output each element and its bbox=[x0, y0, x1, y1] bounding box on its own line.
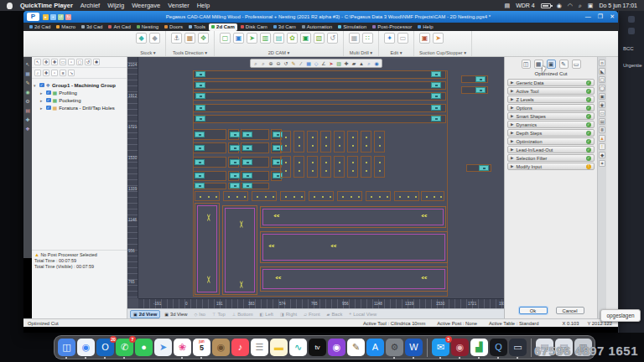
canvas-tool-icon[interactable]: ◇ bbox=[313, 60, 319, 67]
dock-icon-contacts[interactable]: ◉ bbox=[212, 339, 230, 356]
tree-item-pocketing[interactable]: ▸✓▦Pocketing bbox=[34, 96, 125, 104]
tab-nesting[interactable]: Nesting bbox=[134, 23, 161, 31]
dock-icon-reminders[interactable]: ☰ bbox=[251, 339, 268, 356]
view-tab-2d-view[interactable]: ▣2d View bbox=[130, 310, 160, 318]
record-icon[interactable]: ◉ bbox=[557, 3, 562, 9]
ribbon-group-label[interactable]: 2D CAM ▾ bbox=[220, 50, 338, 55]
tab-3d-cad[interactable]: 3d Cad bbox=[79, 23, 105, 31]
menubar-item[interactable]: Archief bbox=[80, 2, 100, 9]
tab-automation[interactable]: Automation bbox=[299, 23, 335, 31]
keyboard-icon[interactable]: ▤ bbox=[505, 3, 511, 9]
section-active-tool[interactable]: ▶Active Tool✓ bbox=[507, 87, 595, 95]
pegasus-logo[interactable]: P bbox=[27, 13, 39, 21]
expand-arrow-icon[interactable]: ▸ bbox=[40, 90, 44, 96]
tab-tools[interactable]: Tools bbox=[186, 23, 208, 31]
tree-item-foratura-drill-tap-holes[interactable]: ▸✓▦Foratura - Drill/Tap Holes bbox=[34, 104, 125, 111]
checkbox-icon[interactable]: ✓ bbox=[39, 83, 44, 88]
dock-icon-notes[interactable]: ▬ bbox=[270, 339, 288, 356]
tree-item-profiling[interactable]: ▸✓▦Profiling bbox=[34, 89, 125, 96]
dock-icon-app-store[interactable]: A bbox=[366, 339, 384, 356]
menubar-item[interactable]: Wijzig bbox=[107, 2, 124, 9]
panel-tool-icon[interactable]: ✱ bbox=[93, 59, 100, 65]
cad-titlebar[interactable]: P ▸▪↺↻ Pegasus CAD-CAM Milling Wood - Pr… bbox=[23, 11, 618, 23]
section-z-levels[interactable]: ▶Z Levels✓ bbox=[507, 96, 595, 103]
dock-icon-fitness[interactable]: ∿ bbox=[289, 339, 307, 356]
dock-icon-messages[interactable]: ● bbox=[135, 339, 153, 356]
dock-icon-outlook[interactable]: O20 bbox=[96, 339, 114, 356]
canvas-tool-icon[interactable]: ▦ bbox=[305, 60, 312, 67]
dock-icon-podcasts[interactable]: ◉ bbox=[328, 339, 345, 356]
ribbon-icon[interactable]: ▤ bbox=[273, 33, 284, 44]
side-tool-icon[interactable]: ▤ bbox=[25, 108, 30, 113]
right-tool-icon[interactable]: n bbox=[599, 59, 605, 66]
checkbox-icon[interactable]: ✓ bbox=[46, 90, 51, 96]
right-tool-icon[interactable]: ◯ bbox=[599, 85, 605, 91]
canvas-tool-icon[interactable]: ▨ bbox=[335, 60, 342, 67]
quick-access-icon[interactable]: ▸ bbox=[43, 14, 49, 20]
dock-icon-mail[interactable]: ✉5 bbox=[432, 339, 449, 356]
background-mail-window[interactable]: BCC Urgentie bbox=[618, 11, 644, 333]
canvas-tool-icon[interactable]: ▰ bbox=[351, 60, 357, 67]
dock-icon-calendar[interactable]: jun5 bbox=[193, 339, 210, 356]
panel-tool-icon[interactable]: ▭ bbox=[60, 59, 66, 65]
tab-macro[interactable]: Macro bbox=[54, 23, 78, 31]
menubar-app-name[interactable]: QuickTime Player bbox=[20, 2, 73, 9]
canvas-tool-icon[interactable]: ➤ bbox=[328, 60, 335, 67]
ok-button[interactable]: Ok bbox=[519, 307, 548, 314]
tab-2d-cad[interactable]: 2d Cad bbox=[27, 23, 53, 31]
section-generic-data[interactable]: ▶Generic Data✓ bbox=[507, 79, 595, 86]
dock-icon-textedit[interactable]: ✎ bbox=[347, 339, 365, 356]
panel-tool-icon[interactable]: ✚ bbox=[43, 70, 49, 76]
apple-logo-icon[interactable] bbox=[7, 3, 13, 9]
right-tool-icon[interactable]: ◆ bbox=[599, 152, 605, 158]
panel-mode-icon[interactable]: ▭ bbox=[572, 59, 581, 69]
canvas-tool-icon[interactable]: ✎ bbox=[290, 60, 297, 67]
tab-disk-cam[interactable]: Disk Cam bbox=[238, 23, 270, 31]
dock-icon-whatsapp[interactable]: ✆7 bbox=[116, 339, 133, 356]
dock-icon-music[interactable]: ♪ bbox=[231, 339, 249, 356]
tab-doors[interactable]: Doors bbox=[162, 23, 185, 31]
right-tool-icon[interactable]: ◣ bbox=[599, 68, 605, 75]
section-optimization[interactable]: ▶Optimization✓ bbox=[507, 137, 595, 145]
canvas-tool-icon[interactable]: ◉ bbox=[373, 60, 380, 67]
right-tool-icon[interactable]: ≣ bbox=[599, 127, 605, 133]
maximize-button[interactable]: ❐ bbox=[598, 13, 603, 20]
right-tool-icon[interactable]: ▲ bbox=[599, 135, 605, 142]
menubar-item[interactable]: Venster bbox=[168, 2, 189, 9]
panel-tool-icon[interactable]: ⌕ bbox=[34, 70, 41, 76]
panel-mode-icon[interactable]: ◫ bbox=[522, 59, 531, 69]
minimize-button[interactable]: — bbox=[585, 13, 591, 20]
ribbon-icon[interactable]: ⚓ bbox=[171, 33, 182, 44]
ribbon-icon[interactable]: ↺ bbox=[327, 33, 338, 44]
ribbon-icon[interactable]: ▣ bbox=[419, 33, 430, 44]
ribbon-group-label[interactable]: Stock ▾ bbox=[136, 50, 160, 55]
dock-icon-screen-app[interactable]: ▭ bbox=[509, 339, 527, 356]
panel-mode-icon[interactable]: ✎ bbox=[559, 59, 569, 69]
side-tool-icon[interactable]: ◉ bbox=[25, 90, 29, 95]
view-tab-3d-view[interactable]: ▣3d View bbox=[162, 310, 190, 318]
quick-access-icon[interactable]: ▪ bbox=[50, 14, 56, 20]
cancel-button[interactable]: Cancel bbox=[556, 307, 584, 314]
side-tool-icon[interactable]: ⚙ bbox=[25, 99, 29, 104]
section-dynamics[interactable]: ▶Dynamics✓ bbox=[507, 121, 595, 128]
panel-tool-icon[interactable]: ✥ bbox=[43, 59, 49, 65]
section-options[interactable]: ▶Options✓ bbox=[507, 104, 595, 111]
ribbon-icon[interactable]: ➤ bbox=[433, 33, 444, 44]
ribbon-group-label[interactable]: Suction Cup/Stopper ▾ bbox=[419, 50, 466, 55]
right-tool-icon[interactable]: ▭ bbox=[599, 110, 605, 116]
canvas-tool-icon[interactable]: ⊖ bbox=[275, 60, 282, 67]
tab-3d-cam[interactable]: 3d Cam bbox=[271, 23, 299, 31]
ribbon-icon[interactable]: ▢ bbox=[220, 33, 231, 44]
section-selection-filter[interactable]: ▶Selection Filter✓ bbox=[507, 154, 595, 162]
panel-mode-icon[interactable]: ▣ bbox=[547, 59, 556, 69]
section-smart-shapes[interactable]: ▶Smart Shapes✓ bbox=[507, 112, 595, 120]
dock-icon-chart-app[interactable]: ▟ bbox=[470, 339, 488, 356]
dock-icon-safari[interactable]: ◉ bbox=[77, 339, 95, 356]
expand-arrow-icon[interactable]: ▸ bbox=[40, 98, 44, 103]
ribbon-icon[interactable]: ▦ bbox=[184, 33, 195, 44]
dock-icon-red-app[interactable]: ◉ bbox=[451, 339, 469, 356]
tab-simulation[interactable]: Simulation bbox=[335, 23, 369, 31]
ribbon-icon[interactable]: ▣ bbox=[233, 33, 244, 44]
quick-access-icon[interactable]: ↻ bbox=[65, 14, 71, 20]
ribbon-icon[interactable]: ▥ bbox=[260, 33, 271, 44]
